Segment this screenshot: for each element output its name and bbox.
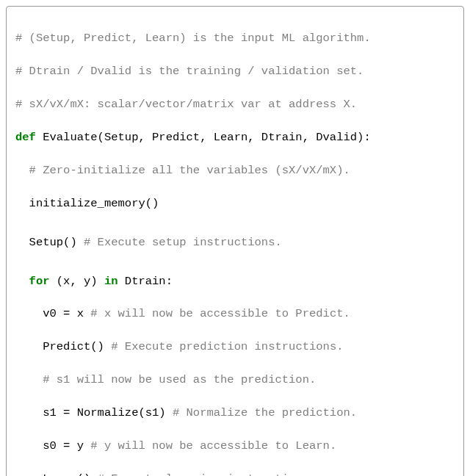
- inline-comment: # Execute prediction instructions.: [111, 340, 343, 353]
- comment-line: # s1 will now be used as the prediction.: [15, 372, 455, 388]
- def-signature: Evaluate(Setup, Predict, Learn, Dtrain, …: [36, 131, 371, 144]
- inline-comment: # Normalize the prediction.: [173, 406, 357, 419]
- comment-line: # Zero-initialize all the variables (sX/…: [15, 162, 455, 178]
- inline-comment: # Execute learning instructions.: [98, 472, 317, 476]
- call: Setup(): [15, 236, 84, 249]
- code-line: v0 = x # x will now be accessible to Pre…: [15, 306, 455, 322]
- code-line: s1 = Normalize(s1) # Normalize the predi…: [15, 405, 455, 421]
- comment-line: # Dtrain / Dvalid is the training / vali…: [15, 63, 455, 79]
- inline-comment: # y will now be accessible to Learn.: [90, 439, 336, 452]
- code-line: Predict() # Execute prediction instructi…: [15, 339, 455, 355]
- code-line: Setup() # Execute setup instructions.: [15, 234, 455, 250]
- code-line: s0 = y # y will now be accessible to Lea…: [15, 438, 455, 454]
- for-line: for (x, y) in Dtrain:: [15, 273, 455, 289]
- code-line: initialize_memory(): [15, 195, 455, 212]
- keyword-in: in: [104, 275, 118, 288]
- comment-line: # (Setup, Predict, Learn) is the input M…: [15, 30, 455, 46]
- inline-comment: # x will now be accessible to Predict.: [90, 307, 350, 320]
- keyword-for: for: [15, 275, 50, 288]
- code-listing: # (Setup, Predict, Learn) is the input M…: [6, 6, 464, 476]
- code-line: Learn() # Execute learning instructions.: [15, 471, 455, 476]
- keyword-def: def: [15, 131, 36, 144]
- inline-comment: # Execute setup instructions.: [84, 236, 282, 249]
- comment-line: # sX/vX/mX: scalar/vector/matrix var at …: [15, 96, 455, 112]
- def-line: def Evaluate(Setup, Predict, Learn, Dtra…: [15, 129, 455, 145]
